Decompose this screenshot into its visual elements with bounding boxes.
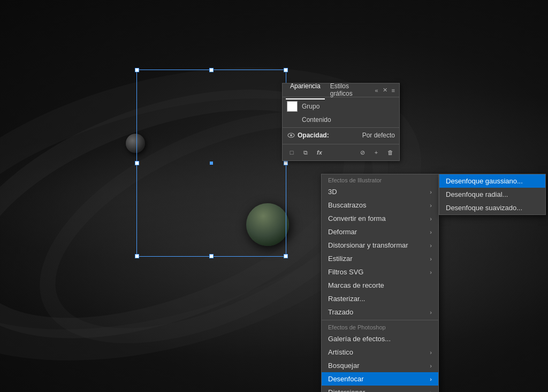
selection-box: [136, 70, 286, 257]
handle-middle-left[interactable]: [135, 161, 139, 165]
menu-divider-photoshop: [322, 320, 438, 320]
toolbar-no-btn[interactable]: ⊘: [356, 147, 368, 158]
handle-top-center[interactable]: [209, 68, 214, 72]
menu-item-trazado-label: Trazado: [328, 308, 353, 316]
menu-item-artistico-label: Artístico: [328, 348, 353, 356]
menu-arrow-distorsionar-transformar: ›: [430, 242, 432, 249]
toolbar-layers-btn[interactable]: ⧉: [300, 147, 311, 158]
panel-header-controls: « ✕ ≡: [374, 87, 396, 94]
menu-arrow-filtros-svg: ›: [430, 269, 432, 275]
menu-item-distorsionar-transformar-label: Distorsionar y transformar: [328, 241, 408, 249]
toolbar-square-btn[interactable]: □: [286, 147, 298, 158]
menu-arrow-convertir: ›: [430, 216, 432, 222]
menu-item-distorsionar-transformar[interactable]: Distorsionar y transformar ›: [322, 239, 438, 252]
handle-bottom-center[interactable]: [209, 254, 214, 258]
apariencia-panel: Apariencia Estilos gráficos « ✕ ≡ Grupo …: [282, 83, 400, 161]
panel-divider: [283, 127, 399, 128]
toolbar-fx-btn[interactable]: fx: [314, 147, 325, 158]
submenu-item-radial-label: Desenfoque radial...: [446, 190, 508, 198]
menu-arrow-desenfocar: ›: [430, 376, 432, 382]
grupo-label: Grupo: [302, 103, 395, 110]
menu-item-marcas[interactable]: Marcas de recorte: [322, 279, 438, 292]
menu-item-distorsionar-label: Distorsionar: [328, 388, 365, 392]
menu-item-estilizar[interactable]: Estilizar ›: [322, 252, 438, 265]
panel-body: Grupo Contenido Opacidad: Por defecto: [283, 97, 399, 144]
opacidad-value[interactable]: Por defecto: [362, 132, 395, 139]
menu-item-galeria-label: Galería de efectos...: [328, 335, 391, 343]
menu-item-filtros-svg-label: Filtros SVG: [328, 268, 363, 276]
panel-row-opacidad: Opacidad: Por defecto: [283, 129, 399, 142]
panel-tabs: Apariencia Estilos gráficos: [286, 81, 374, 99]
panel-row-contenido: Contenido: [283, 113, 399, 126]
panel-toolbar: □ ⧉ fx ⊘ + 🗑: [283, 144, 399, 160]
toolbar-add-btn[interactable]: +: [370, 147, 382, 158]
menu-item-desenfocar-label: Desenfocar: [328, 375, 363, 383]
menu-item-convertir-label: Convertir en forma: [328, 214, 386, 222]
menu-item-bosquejar-label: Bosquejar: [328, 362, 360, 370]
panel-header: Apariencia Estilos gráficos « ✕ ≡: [283, 83, 399, 97]
panel-collapse-btn[interactable]: «: [374, 87, 379, 94]
menu-section-photoshop: Efectos de Photoshop: [322, 321, 438, 332]
menu-arrow-artistico: ›: [430, 349, 432, 356]
menu-item-desenfocar[interactable]: Desenfocar ›: [322, 372, 438, 386]
submenu-item-gaussiano[interactable]: Desenfoque gaussiano...: [439, 174, 545, 188]
handle-top-left[interactable]: [135, 68, 139, 72]
center-dot: [210, 162, 213, 165]
submenu-item-radial[interactable]: Desenfoque radial...: [439, 188, 545, 201]
menu-item-buscatrazos-label: Buscatrazos: [328, 201, 367, 209]
menu-item-estilizar-label: Estilizar: [328, 255, 353, 263]
opacidad-label: Opacidad:: [298, 132, 362, 139]
submenu-desenfocar: Desenfoque gaussiano... Desenfoque radia…: [439, 174, 546, 215]
tab-estilos-graficos[interactable]: Estilos gráficos: [326, 81, 374, 99]
panel-menu-btn[interactable]: ≡: [391, 87, 396, 94]
menu-item-distorsionar[interactable]: Distorsionar ›: [322, 386, 438, 392]
menu-arrow-distorsionar: ›: [430, 389, 432, 393]
menu-item-convertir[interactable]: Convertir en forma ›: [322, 212, 438, 225]
menu-item-deformar[interactable]: Deformar ›: [322, 225, 438, 239]
menu-item-3d[interactable]: 3D ›: [322, 185, 438, 198]
contenido-label: Contenido: [287, 116, 395, 124]
submenu-item-gaussiano-label: Desenfoque gaussiano...: [446, 177, 523, 185]
handle-bottom-left[interactable]: [135, 254, 139, 258]
panel-close-btn[interactable]: ✕: [382, 87, 389, 94]
menu-item-rasterizar-label: Rasterizar...: [328, 295, 365, 303]
handle-bottom-right[interactable]: [284, 254, 288, 258]
submenu-item-suavizado[interactable]: Desenfoque suavizado...: [439, 201, 545, 214]
tab-apariencia[interactable]: Apariencia: [286, 81, 325, 99]
svg-point-1: [290, 134, 292, 136]
menu-arrow-3d: ›: [430, 189, 432, 195]
menu-item-deformar-label: Deformar: [328, 228, 357, 236]
menu-item-filtros-svg[interactable]: Filtros SVG ›: [322, 265, 438, 279]
handle-top-right[interactable]: [284, 68, 288, 72]
menu-item-rasterizar[interactable]: Rasterizar...: [322, 292, 438, 305]
menu-arrow-trazado: ›: [430, 309, 432, 316]
menu-arrow-deformar: ›: [430, 229, 432, 235]
menu-item-bosquejar[interactable]: Bosquejar ›: [322, 359, 438, 372]
menu-arrow-buscatrazos: ›: [430, 202, 432, 209]
handle-middle-right[interactable]: [284, 161, 288, 165]
menu-item-artistico[interactable]: Artístico ›: [322, 345, 438, 359]
menu-section-illustrator: Efectos de Illustrator: [322, 174, 438, 185]
menu-item-buscatrazos[interactable]: Buscatrazos ›: [322, 198, 438, 212]
menu-item-galeria[interactable]: Galería de efectos...: [322, 332, 438, 345]
dropdown-menu: Efectos de Illustrator 3D › Buscatrazos …: [321, 174, 439, 392]
submenu-item-suavizado-label: Desenfoque suavizado...: [446, 204, 522, 212]
visibility-icon[interactable]: [287, 131, 295, 140]
color-swatch[interactable]: [287, 101, 298, 112]
menu-item-3d-label: 3D: [328, 188, 337, 196]
menu-arrow-bosquejar: ›: [430, 363, 432, 369]
toolbar-delete-btn[interactable]: 🗑: [384, 147, 396, 158]
menu-item-marcas-label: Marcas de recorte: [328, 281, 384, 289]
menu-arrow-estilizar: ›: [430, 256, 432, 262]
panel-row-grupo: Grupo: [283, 99, 399, 113]
menu-item-trazado[interactable]: Trazado ›: [322, 305, 438, 319]
